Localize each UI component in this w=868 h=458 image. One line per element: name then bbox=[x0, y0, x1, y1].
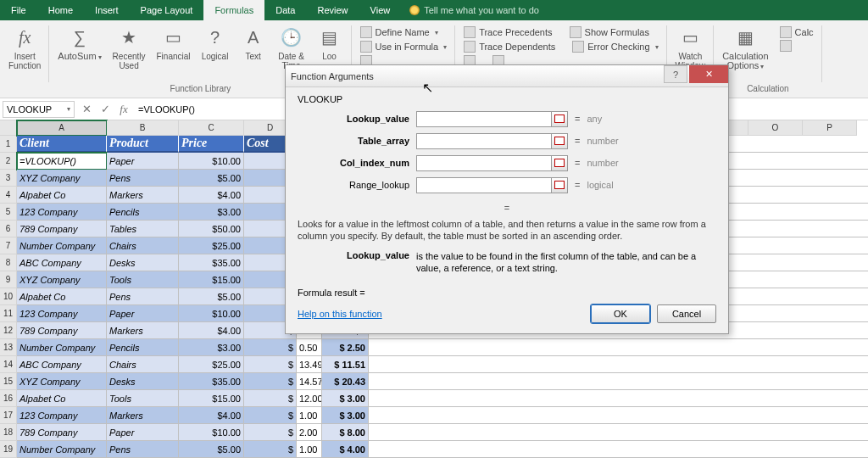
trace-dependents-button[interactable]: Trace Dependents bbox=[459, 40, 560, 53]
dialog-close-button[interactable]: ✕ bbox=[689, 65, 728, 83]
text-button[interactable]: AText bbox=[235, 22, 272, 63]
cell[interactable]: Markers bbox=[107, 407, 179, 424]
cell[interactable]: Pencils bbox=[107, 204, 179, 221]
row-header-16[interactable]: 16 bbox=[0, 390, 17, 407]
row-header-10[interactable]: 10 bbox=[0, 288, 17, 305]
cell[interactable]: $3.00 bbox=[179, 204, 244, 221]
cell[interactable]: $50.00 bbox=[179, 221, 244, 237]
header-cell[interactable]: Product bbox=[107, 136, 179, 153]
cell[interactable]: Chairs bbox=[107, 356, 179, 373]
cell[interactable]: $4.00 bbox=[179, 187, 244, 204]
help-on-function-link[interactable]: Help on this function bbox=[298, 309, 382, 319]
cell[interactable]: =VLOOKUP() bbox=[17, 153, 107, 170]
cell[interactable]: $4.00 bbox=[179, 322, 244, 339]
cell[interactable]: $ bbox=[244, 390, 297, 407]
cell[interactable]: $35.00 bbox=[179, 373, 244, 390]
cell[interactable]: XYZ Company bbox=[17, 170, 107, 187]
cell[interactable]: $ bbox=[244, 441, 297, 458]
row-header-19[interactable]: 19 bbox=[0, 441, 17, 458]
cell[interactable]: $15.00 bbox=[179, 271, 244, 288]
arg-input-col_index_num[interactable] bbox=[416, 155, 552, 171]
cell[interactable]: $35.00 bbox=[179, 254, 244, 271]
dialog-help-icon[interactable]: ? bbox=[664, 65, 687, 83]
arg-input-table_array[interactable] bbox=[416, 133, 552, 149]
cell[interactable]: 123 Company bbox=[17, 407, 107, 424]
cell[interactable]: Tools bbox=[107, 271, 179, 288]
header-cell[interactable]: Price bbox=[179, 136, 244, 153]
cell[interactable]: $ bbox=[244, 407, 297, 424]
row-header-12[interactable]: 12 bbox=[0, 322, 17, 339]
cell[interactable]: $4.00 bbox=[179, 407, 244, 424]
cell[interactable]: Tables bbox=[107, 221, 179, 237]
cell[interactable]: 789 Company bbox=[17, 322, 107, 339]
cell[interactable]: 123 Company bbox=[17, 305, 107, 322]
row-header-15[interactable]: 15 bbox=[0, 373, 17, 390]
range-selector-button[interactable] bbox=[551, 133, 568, 149]
column-header[interactable]: P bbox=[803, 120, 857, 136]
cell[interactable]: Paper bbox=[107, 153, 179, 170]
cell[interactable]: Number Company bbox=[17, 441, 107, 458]
cell[interactable]: Alpabet Co bbox=[17, 288, 107, 305]
cell[interactable]: $5.00 bbox=[179, 170, 244, 187]
row-header-7[interactable]: 7 bbox=[0, 237, 17, 254]
cell[interactable]: $ bbox=[244, 373, 297, 390]
cell[interactable]: ABC Company bbox=[17, 356, 107, 373]
dialog-titlebar[interactable]: Function Arguments ? ✕ bbox=[286, 65, 728, 87]
tell-me-search[interactable]: Tell me what you want to do bbox=[409, 5, 539, 15]
select-all-corner[interactable] bbox=[0, 120, 17, 136]
cell[interactable]: $5.00 bbox=[179, 441, 244, 458]
cell[interactable]: $ 2.50 bbox=[322, 339, 369, 356]
cell[interactable]: 789 Company bbox=[17, 221, 107, 237]
ok-button[interactable]: OK bbox=[591, 304, 650, 323]
column-header[interactable]: O bbox=[748, 120, 803, 136]
cell[interactable]: $ 20.43 bbox=[322, 373, 369, 390]
column-header-B[interactable]: B bbox=[107, 120, 179, 136]
cell[interactable]: Number Company bbox=[17, 237, 107, 254]
row-header-2[interactable]: 2 bbox=[0, 153, 17, 170]
cell[interactable]: $25.00 bbox=[179, 237, 244, 254]
cell[interactable]: $25.00 bbox=[179, 356, 244, 373]
insert-function-icon[interactable]: fx bbox=[114, 100, 133, 119]
cell[interactable]: Pens bbox=[107, 288, 179, 305]
cell[interactable]: Number Company bbox=[17, 339, 107, 356]
row-header-9[interactable]: 9 bbox=[0, 271, 17, 288]
cell[interactable]: 1.00 bbox=[297, 441, 322, 458]
calculate-now-button[interactable]: Calc bbox=[775, 25, 819, 39]
cancel-button[interactable]: Cancel bbox=[657, 304, 716, 323]
use-in-formula-button[interactable]: Use in Formula▾ bbox=[355, 40, 453, 53]
arg-input-range_lookup[interactable] bbox=[416, 177, 552, 193]
enter-formula-icon[interactable]: ✓ bbox=[96, 100, 114, 119]
tab-view[interactable]: View bbox=[359, 0, 402, 20]
row-header-4[interactable]: 4 bbox=[0, 187, 17, 204]
arg-input-lookup_value[interactable] bbox=[416, 111, 552, 127]
cell[interactable]: Paper bbox=[107, 424, 179, 441]
header-cell[interactable]: Client bbox=[17, 136, 107, 153]
tab-formulas[interactable]: Formulas bbox=[203, 0, 264, 20]
logical-button[interactable]: ?Logical bbox=[197, 22, 234, 63]
cell[interactable]: XYZ Company bbox=[17, 271, 107, 288]
cell[interactable]: $ 11.51 bbox=[322, 356, 369, 373]
column-header-C[interactable]: C bbox=[179, 120, 244, 136]
tab-file[interactable]: File bbox=[0, 0, 37, 20]
cell[interactable]: 14.57 bbox=[297, 373, 322, 390]
cell[interactable]: $ 8.00 bbox=[322, 424, 369, 441]
show-formulas-button[interactable]: Show Formulas bbox=[565, 25, 654, 39]
row-header-11[interactable]: 11 bbox=[0, 305, 17, 322]
cell[interactable]: Markers bbox=[107, 322, 179, 339]
cell[interactable]: $15.00 bbox=[179, 390, 244, 407]
autosum-button[interactable]: ∑AutoSum▾ bbox=[53, 22, 106, 64]
cell[interactable]: 123 Company bbox=[17, 204, 107, 221]
cell[interactable]: Alpabet Co bbox=[17, 390, 107, 407]
cell[interactable]: Paper bbox=[107, 305, 179, 322]
financial-button[interactable]: ▭Financial bbox=[152, 22, 196, 63]
cell[interactable]: 1.00 bbox=[297, 407, 322, 424]
tab-review[interactable]: Review bbox=[306, 0, 359, 20]
cell[interactable]: XYZ Company bbox=[17, 373, 107, 390]
cell[interactable]: Pens bbox=[107, 441, 179, 458]
lookup-reference-button[interactable]: ▤Loo bbox=[311, 22, 348, 63]
cell[interactable]: Pens bbox=[107, 170, 179, 187]
cell[interactable]: Tools bbox=[107, 390, 179, 407]
cell[interactable]: 0.50 bbox=[297, 339, 322, 356]
row-header-6[interactable]: 6 bbox=[0, 221, 17, 237]
cell[interactable]: $5.00 bbox=[179, 288, 244, 305]
